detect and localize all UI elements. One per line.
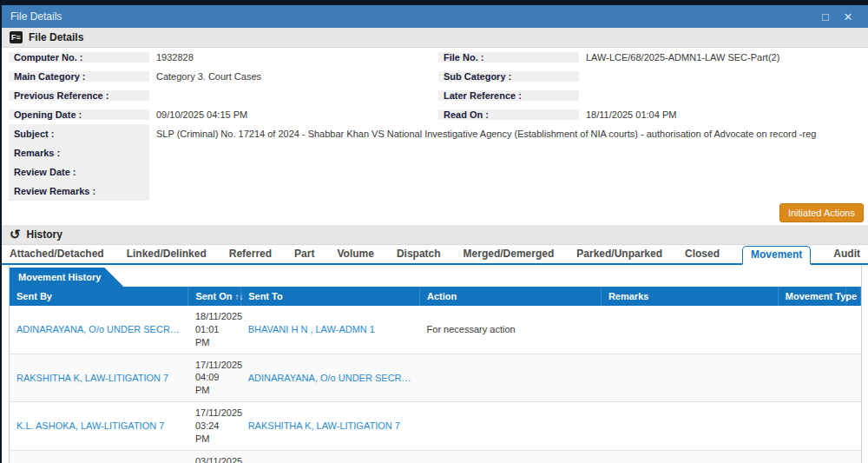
maximize-icon[interactable]: □: [814, 10, 837, 23]
file-details-section-header: F≡ File Details: [2, 28, 868, 48]
window-titlebar: File Details □ ✕: [2, 5, 868, 28]
column-sent-by[interactable]: Sent By: [10, 287, 188, 306]
tab-audit[interactable]: Audit: [833, 246, 860, 263]
detail-row: Main Category : Category 3. Court Cases …: [9, 67, 868, 86]
tab-parked-unparked[interactable]: Parked/Unparked: [576, 246, 662, 263]
sent-by-link[interactable]: RAKSHITHA K, LAW-LITIGATION 7: [16, 373, 181, 383]
field-value: Category 3. Court Cases: [149, 71, 438, 82]
field-label: Review Remarks :: [9, 182, 149, 201]
column-remarks[interactable]: Remarks: [601, 287, 778, 306]
file-details-section-title: File Details: [29, 31, 83, 43]
detail-row: Opening Date : 09/10/2025 04:15 PM Read …: [9, 105, 868, 124]
detail-row-subject: Subject : SLP (Criminal) No. 17214 of 20…: [9, 124, 868, 143]
field-label: Review Date :: [9, 162, 149, 182]
field-value: [579, 90, 868, 101]
window-title: File Details: [10, 10, 62, 23]
history-icon: ↺: [10, 228, 21, 241]
table-row: K.L. ASHOKA, LAW-LITIGATION 7 17/11/2025…: [10, 402, 861, 451]
actions-row: Initiated Actions: [2, 201, 868, 225]
sent-on-value: 18/11/202501:01 PM: [195, 310, 234, 349]
field-label: Previous Reference :: [9, 90, 149, 101]
field-label: Subject :: [9, 124, 149, 143]
movement-history-table: Sent By Sent On↑↓ Sent To Action Remarks…: [10, 287, 861, 463]
detail-row: Computer No. : 1932828 File No. : LAW-LC…: [9, 48, 868, 67]
field-value: [579, 71, 868, 82]
file-details-grid: Computer No. : 1932828 File No. : LAW-LC…: [2, 48, 868, 201]
tab-attached-detached[interactable]: Attached/Detached: [10, 246, 104, 263]
history-tab-bar: Attached/Detached Linked/Delinked Referr…: [2, 245, 868, 265]
action-value: For necessary action: [427, 324, 516, 334]
file-details-icon: F≡: [10, 31, 23, 43]
detail-row-remarks: Remarks :: [9, 143, 868, 162]
tab-movement[interactable]: Movement: [742, 246, 811, 265]
field-value: [149, 90, 438, 101]
tab-merged-demerged[interactable]: Merged/Demerged: [464, 246, 555, 263]
tab-volume[interactable]: Volume: [337, 246, 373, 263]
column-sent-on[interactable]: Sent On↑↓: [188, 287, 241, 306]
sent-by-link[interactable]: K.L. ASHOKA, LAW-LITIGATION 7: [16, 420, 181, 431]
movement-history-panel: Movement History Sent By Sent On↑↓ Sent …: [9, 265, 862, 463]
tab-part[interactable]: Part: [294, 246, 314, 263]
sent-on-value: 17/11/202503:24 PM: [195, 407, 234, 446]
column-sent-to[interactable]: Sent To: [241, 287, 420, 306]
tab-linked-delinked[interactable]: Linked/Delinked: [127, 246, 207, 263]
history-section-title: History: [27, 228, 62, 241]
initiated-actions-button[interactable]: Initiated Actions: [779, 203, 864, 222]
field-value: LAW-LCE/68/2025-ADMN1-LAW SEC-Part(2): [579, 52, 868, 63]
tab-dispatch[interactable]: Dispatch: [397, 246, 441, 263]
close-icon[interactable]: ✕: [837, 10, 859, 23]
sent-by-link[interactable]: ADINARAYANA, O/o UNDER SECRETA ...: [16, 324, 181, 334]
movement-history-panel-title: Movement History: [10, 268, 123, 287]
sent-on-value: 03/11/202505:03 PM: [195, 455, 234, 463]
tab-closed[interactable]: Closed: [685, 246, 720, 263]
field-label: Computer No. :: [9, 52, 149, 63]
sent-to-link[interactable]: BHAVANI H N , LAW-ADMN 1: [248, 324, 413, 334]
detail-row-review-remarks: Review Remarks :: [9, 182, 868, 201]
field-value: 1932828: [149, 52, 438, 63]
table-row: ADINARAYANA, O/o UNDER SECRETA ... 18/11…: [10, 306, 861, 354]
field-label: Sub Category :: [438, 71, 579, 82]
table-row: RAKSHITHA K, LAW-LITIGATION 7 03/11/2025…: [10, 450, 861, 463]
field-value-subject: SLP (Criminal) No. 17214 of 2024 - Shabb…: [149, 129, 868, 139]
sent-to-link[interactable]: RAKSHITHA K, LAW-LITIGATION 7: [248, 420, 413, 431]
sort-icon[interactable]: ↑↓: [235, 292, 244, 301]
field-label: File No. :: [438, 52, 579, 63]
detail-row: Previous Reference : Later Reference :: [9, 86, 868, 105]
field-value: 09/10/2025 04:15 PM: [149, 109, 438, 120]
detail-row-review-date: Review Date :: [9, 162, 868, 182]
file-details-window: File Details □ ✕ F≡ File Details Compute…: [0, 5, 868, 463]
field-label: Opening Date :: [9, 109, 149, 120]
table-header-row: Sent By Sent On↑↓ Sent To Action Remarks…: [10, 287, 861, 306]
field-value: 18/11/2025 01:04 PM: [579, 109, 868, 120]
column-action[interactable]: Action: [420, 287, 602, 306]
history-section-header: ↺ History: [2, 225, 868, 245]
tab-referred[interactable]: Referred: [229, 246, 272, 263]
field-label: Later Reference :: [438, 90, 579, 101]
table-row: RAKSHITHA K, LAW-LITIGATION 7 17/11/2025…: [10, 354, 861, 402]
field-label: Main Category :: [9, 71, 149, 82]
sent-on-value: 17/11/202504:09 PM: [195, 359, 234, 398]
field-label: Read On :: [438, 109, 579, 120]
sent-to-link[interactable]: ADINARAYANA, O/o UNDER SECRETA ...: [248, 373, 413, 383]
column-movement-type[interactable]: Movement Type: [778, 287, 845, 306]
field-label: Remarks :: [9, 143, 149, 162]
